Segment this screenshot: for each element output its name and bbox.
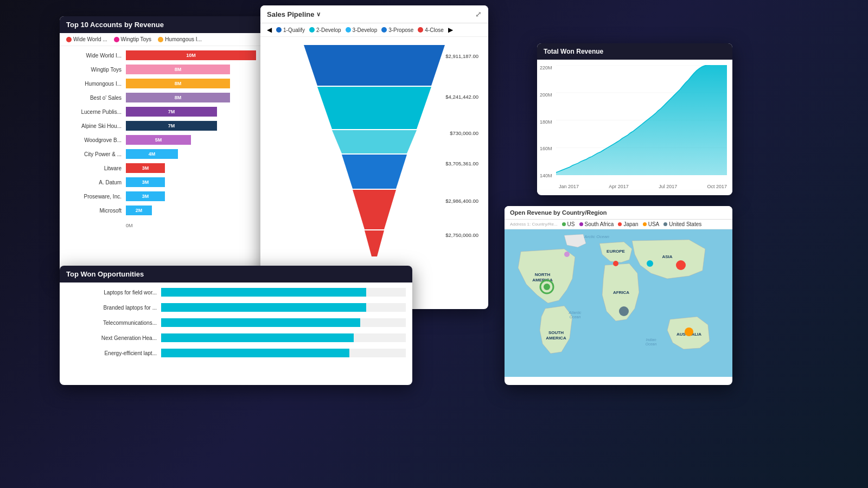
map-dot-united-states — [663, 222, 667, 226]
accounts-bar-container: 5M — [126, 135, 281, 145]
accounts-bar-container: 3M — [126, 191, 281, 201]
accounts-bar-container: 10M — [126, 50, 281, 60]
accounts-bar-row: A. Datum3M — [66, 176, 281, 188]
svg-marker-2 — [332, 130, 417, 153]
next-arrow-icon[interactable]: ▶ — [448, 26, 453, 34]
atlantic-ocean-label: Atlantic — [569, 311, 582, 314]
accounts-bar-fill: 8M — [126, 93, 230, 102]
pipeline-legend-4: 4-Close — [418, 27, 443, 33]
opportunities-bar-label: Branded laptops for ... — [66, 305, 161, 311]
map-dot-japan — [618, 222, 622, 226]
opportunities-bar-label: Energy-efficient lapt... — [66, 350, 161, 356]
opportunities-bar-label: Next Generation Hea... — [66, 335, 161, 341]
accounts-bar-row: Woodgrove B...5M — [66, 134, 281, 146]
accounts-bar-fill: 3M — [126, 191, 165, 201]
expand-icon[interactable]: ⤢ — [475, 10, 482, 18]
pipeline-dot-0 — [276, 27, 282, 33]
legend-item-2: Humongous I... — [158, 36, 202, 42]
map-marker-europe — [613, 261, 618, 266]
accounts-bar-row: Microsoft2M — [66, 204, 281, 216]
map-legend-united-states: United States — [663, 221, 701, 227]
accounts-bar-chart: Wide World I...10MWingtip Toys8MHumongou… — [60, 46, 288, 222]
revenue-title: Total Won Revenue — [537, 43, 732, 60]
opportunities-bar-row: Telecommunications...3.3M — [60, 315, 412, 330]
map-marker-nw — [564, 252, 570, 257]
accounts-bar-container: 7M — [126, 107, 281, 117]
accounts-bar-label: Litware — [66, 165, 126, 171]
accounts-bar-label: Wide World I... — [66, 53, 126, 59]
opportunities-title: Top Won Opportunities — [60, 266, 412, 282]
pipeline-legend-3: 3-Propose — [381, 27, 413, 33]
revenue-card: Total Won Revenue 220M 200M 180M 160M 14… — [537, 43, 732, 195]
accounts-bar-container: 8M — [126, 65, 281, 74]
chevron-down-icon[interactable]: ∨ — [316, 11, 321, 18]
accounts-bar-label: Best o' Sales — [66, 95, 126, 101]
opportunities-bar-container: 3.1M — [161, 349, 406, 357]
opportunities-card: Top Won Opportunities Laptops for field … — [60, 266, 412, 385]
map-dot-us — [562, 222, 566, 226]
map-title: Open Revenue by Country/Region — [505, 206, 732, 220]
asia-label: ASIA — [662, 254, 672, 259]
legend-dot-2 — [158, 37, 163, 42]
accounts-bar-fill: 3M — [126, 163, 165, 173]
funnel-value-1: $4,241,442.00 — [445, 94, 478, 100]
prev-arrow-icon[interactable]: ◀ — [267, 26, 272, 34]
pipeline-dot-1 — [309, 27, 315, 33]
dashboard-background: Top 10 Accounts by Revenue Wide World ..… — [0, 0, 868, 488]
accounts-card: Top 10 Accounts by Revenue Wide World ..… — [60, 16, 288, 277]
funnel-value-4: $2,986,400.00 — [445, 198, 478, 204]
svg-text:AMERICA: AMERICA — [546, 336, 566, 341]
accounts-legend: Wide World ... Wingtip Toys Humongous I.… — [60, 33, 288, 46]
accounts-bar-container: 8M — [126, 79, 281, 88]
africa-label: AFRICA — [613, 290, 629, 295]
accounts-bar-label: Woodgrove B... — [66, 137, 126, 143]
opportunities-bar-row: Energy-efficient lapt...3.1M — [60, 345, 412, 361]
revenue-area-chart — [556, 65, 727, 175]
opportunities-bar-label: Laptops for field wor... — [66, 290, 161, 296]
accounts-bar-fill: 7M — [126, 121, 217, 131]
funnel-value-3: $3,705,361.00 — [445, 160, 478, 166]
europe-label: EUROPE — [607, 249, 625, 254]
map-marker-africa — [619, 306, 629, 316]
revenue-x-axis: Jan 2017 Apr 2017 Jul 2017 Oct 2017 — [559, 184, 727, 189]
accounts-bar-label: Alpine Ski Hou... — [66, 123, 126, 129]
accounts-title: Top 10 Accounts by Revenue — [60, 16, 288, 33]
accounts-bar-label: A. Datum — [66, 179, 126, 185]
accounts-bar-fill: 2M — [126, 206, 152, 215]
svg-text:Ocean: Ocean — [646, 342, 657, 346]
map-legend-usa: USA — [643, 221, 660, 227]
map-legend: Address 1: Country/Re... US South Africa… — [505, 220, 732, 229]
opportunities-bar-fill — [161, 349, 349, 357]
map-marker-north-america-inner — [544, 284, 550, 290]
accounts-bar-row: City Power & ...4M — [66, 148, 281, 160]
opportunities-bar-fill — [161, 318, 360, 327]
map-legend-label: Address 1: Country/Re... — [510, 222, 558, 227]
opportunities-bar-fill — [161, 288, 366, 297]
accounts-bar-fill: 5M — [126, 135, 191, 145]
svg-marker-0 — [304, 45, 445, 86]
accounts-bar-fill: 8M — [126, 65, 230, 74]
pipeline-legend-1: 2-Develop — [309, 27, 341, 33]
opportunities-bar-fill — [161, 333, 354, 342]
accounts-bar-fill: 10M — [126, 50, 256, 60]
accounts-bar-row: Wide World I...10M — [66, 49, 281, 61]
funnel-container: $2,911,187.00 $4,241,442.00 $730,000.00 … — [260, 37, 488, 305]
map-marker-australia — [685, 328, 693, 336]
accounts-bar-row: Humongous I...8M — [66, 78, 281, 89]
opportunities-bar-container: 3.4M — [161, 303, 406, 312]
pipeline-legend-2: 3-Develop — [346, 27, 378, 33]
accounts-bar-fill: 7M — [126, 107, 217, 117]
pipeline-card: Sales Pipeline ∨ ⤢ ◀ 1-Qualify 2-Develop… — [260, 5, 488, 309]
accounts-bar-row: Wingtip Toys8M — [66, 63, 281, 75]
accounts-bar-label: City Power & ... — [66, 151, 126, 157]
opportunities-bar-fill — [161, 303, 366, 312]
pipeline-title: Sales Pipeline ∨ — [267, 10, 321, 18]
opportunities-bar-container: 3.3M — [161, 318, 406, 327]
accounts-bar-container: 2M — [126, 206, 281, 215]
funnel-svg — [293, 45, 456, 273]
pipeline-dot-3 — [381, 27, 387, 33]
accounts-bar-label: Humongous I... — [66, 81, 126, 87]
svg-marker-3 — [342, 155, 407, 189]
accounts-bar-row: Best o' Sales8M — [66, 92, 281, 104]
map-legend-us: US — [562, 221, 575, 227]
